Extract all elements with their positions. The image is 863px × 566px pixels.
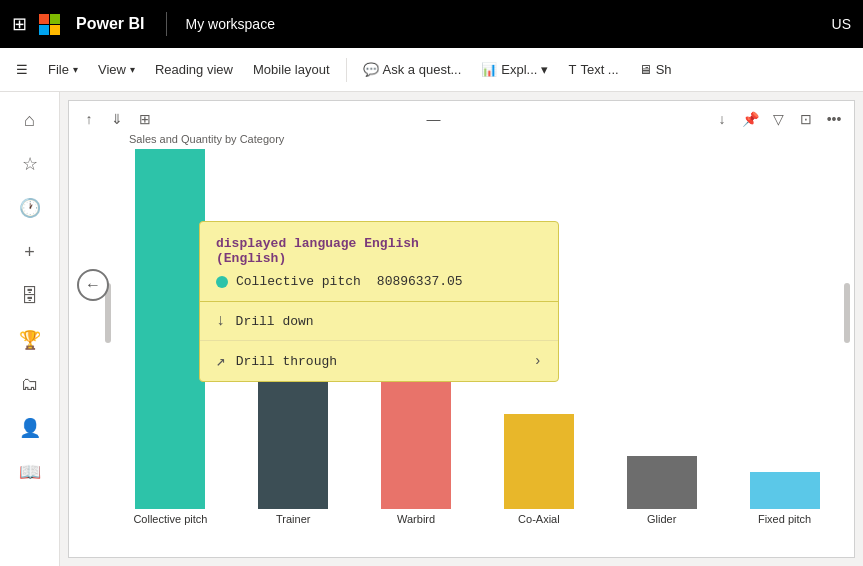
user-avatar[interactable]: US: [832, 16, 851, 32]
pin-icon[interactable]: 📌: [738, 107, 762, 131]
sidebar-learn[interactable]: 📖: [10, 452, 50, 492]
explore-chevron: ▾: [541, 62, 548, 77]
view-chevron: ▾: [130, 64, 135, 75]
left-sidebar: ⌂ ☆ 🕐 + 🗄 🏆 🗂 👤 📖: [0, 92, 60, 566]
grid-icon[interactable]: ⊞: [12, 13, 27, 35]
file-chevron: ▾: [73, 64, 78, 75]
report-frame: ↑ ⇓ ⊞ — ↓ 📌 ▽ ⊡ ••• Sales and Quantity b…: [68, 100, 855, 558]
chart-toolbar: ↑ ⇓ ⊞ — ↓ 📌 ▽ ⊡ •••: [69, 105, 854, 133]
share-icon: 🖥: [639, 62, 652, 77]
sidebar-pages[interactable]: 🗂: [10, 364, 50, 404]
ms-logo: [39, 14, 60, 35]
reading-view-button[interactable]: Reading view: [147, 58, 241, 81]
drill-through-chevron: ›: [534, 353, 542, 369]
brand-name: Power BI: [76, 15, 144, 33]
back-arrow-button[interactable]: ←: [77, 269, 109, 301]
sidebar-data[interactable]: 🗄: [10, 276, 50, 316]
drill-down-label: Drill down: [236, 314, 314, 329]
ask-question-button[interactable]: 💬 Ask a quest...: [355, 58, 470, 81]
drill-up-icon[interactable]: ↑: [77, 107, 101, 131]
top-bar: ⊞ Power BI My workspace US: [0, 0, 863, 48]
sidebar-favorites[interactable]: ☆: [10, 144, 50, 184]
download-icon[interactable]: ↓: [710, 107, 734, 131]
bar-label: Fixed pitch: [758, 513, 811, 525]
main-layout: ⌂ ☆ 🕐 + 🗄 🏆 🗂 👤 📖 ↑ ⇓ ⊞ — ↓ 📌 ▽: [0, 92, 863, 566]
text-button[interactable]: T Text ...: [560, 58, 626, 81]
tooltip-metric-name: Collective pitch: [236, 274, 361, 289]
drill-through-action[interactable]: ↗ Drill through ›: [200, 341, 558, 381]
file-menu[interactable]: File ▾: [40, 58, 86, 81]
text-icon: T: [568, 62, 576, 77]
bar-label: Warbird: [397, 513, 435, 525]
bar-group: Glider: [600, 456, 723, 525]
sidebar-create[interactable]: +: [10, 232, 50, 272]
context-tooltip: displayed language English (English) Col…: [199, 221, 559, 382]
bar-group: Fixed pitch: [723, 472, 846, 525]
drill-through-label: Drill through: [236, 354, 337, 369]
sidebar-trophy[interactable]: 🏆: [10, 320, 50, 360]
bar-label: Glider: [647, 513, 676, 525]
focus-mode-icon[interactable]: —: [427, 111, 441, 127]
drill-double-icon[interactable]: ⇓: [105, 107, 129, 131]
hamburger-menu[interactable]: ☰: [8, 58, 36, 81]
tooltip-metric-row: Collective pitch 80896337.05: [216, 274, 542, 289]
chart-toolbar-right: ↓ 📌 ▽ ⊡ •••: [710, 107, 846, 131]
secondary-toolbar: ☰ File ▾ View ▾ Reading view Mobile layo…: [0, 48, 863, 92]
hamburger-icon: ☰: [16, 62, 28, 77]
bar-label: Co-Axial: [518, 513, 560, 525]
visual-options-icon[interactable]: ⊡: [794, 107, 818, 131]
drill-down-action[interactable]: ↓ Drill down: [200, 302, 558, 341]
sidebar-home[interactable]: ⌂: [10, 100, 50, 140]
toolbar-separator-1: [346, 58, 347, 82]
bar-group: Co-Axial: [477, 414, 600, 525]
tooltip-header: displayed language English (English) Col…: [200, 222, 558, 301]
bar-label: Trainer: [276, 513, 310, 525]
bar[interactable]: [750, 472, 820, 509]
canvas-area: ↑ ⇓ ⊞ — ↓ 📌 ▽ ⊡ ••• Sales and Quantity b…: [60, 92, 863, 566]
bar[interactable]: [135, 149, 205, 509]
tooltip-dot: [216, 276, 228, 288]
tooltip-language: displayed language English (English): [216, 236, 542, 266]
sidebar-recent[interactable]: 🕐: [10, 188, 50, 228]
chart-title: Sales and Quantity by Category: [129, 133, 284, 145]
tooltip-actions: ↓ Drill down ↗ Drill through ›: [200, 302, 558, 381]
tooltip-metric-value: 80896337.05: [377, 274, 463, 289]
share-button[interactable]: 🖥 Sh: [631, 58, 680, 81]
mobile-layout-button[interactable]: Mobile layout: [245, 58, 338, 81]
chart-toolbar-left: ↑ ⇓ ⊞: [77, 107, 157, 131]
bar[interactable]: [627, 456, 697, 509]
bar-label: Collective pitch: [133, 513, 207, 525]
drill-through-icon: ↗: [216, 351, 226, 371]
expand-icon[interactable]: ⊞: [133, 107, 157, 131]
top-bar-divider: [166, 12, 167, 36]
view-menu[interactable]: View ▾: [90, 58, 143, 81]
more-options-icon[interactable]: •••: [822, 107, 846, 131]
explore-icon: 📊: [481, 62, 497, 77]
drill-down-icon: ↓: [216, 312, 226, 330]
bar[interactable]: [504, 414, 574, 509]
filter-icon[interactable]: ▽: [766, 107, 790, 131]
sidebar-members[interactable]: 👤: [10, 408, 50, 448]
workspace-name[interactable]: My workspace: [185, 16, 274, 32]
explore-button[interactable]: 📊 Expl... ▾: [473, 58, 556, 81]
chat-icon: 💬: [363, 62, 379, 77]
